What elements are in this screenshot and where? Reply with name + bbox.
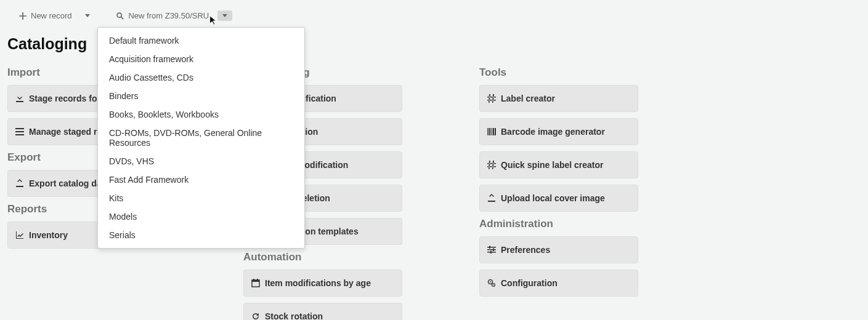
upload-icon [487, 194, 496, 202]
framework-option[interactable]: Fast Add Framework [98, 170, 304, 189]
framework-dropdown: Default frameworkAcquisition frameworkAu… [97, 27, 305, 249]
svg-point-25 [490, 281, 491, 282]
inventory-label: Inventory [29, 230, 68, 240]
caret-down-icon [85, 14, 90, 17]
label-creator-label: Label creator [501, 94, 555, 103]
svg-rect-1 [15, 128, 24, 129]
svg-rect-15 [492, 128, 492, 135]
framework-option[interactable]: Books, Booklets, Workbooks [98, 105, 304, 124]
svg-rect-16 [493, 128, 494, 135]
section-automation: Automation [243, 251, 402, 263]
barcode-generator-button[interactable]: Barcode image generator [479, 118, 638, 145]
framework-option[interactable]: Kits [98, 189, 304, 207]
new-record-button[interactable]: New record [12, 7, 78, 24]
svg-rect-2 [15, 131, 24, 132]
upload-cover-button[interactable]: Upload local cover image [479, 185, 638, 212]
framework-option[interactable]: Binders [98, 87, 304, 105]
svg-rect-9 [252, 280, 259, 282]
barcode-icon [487, 127, 496, 136]
section-admin: Administration [479, 218, 638, 230]
svg-rect-18 [487, 247, 496, 248]
svg-rect-17 [495, 128, 496, 135]
quick-spine-label: Quick spine label creator [501, 160, 604, 170]
framework-option[interactable]: Models [98, 207, 304, 226]
svg-rect-22 [493, 249, 494, 252]
item-by-age-button[interactable]: Item modifications by age [243, 270, 402, 297]
item-by-age-label: Item modifications by age [265, 278, 371, 288]
search-icon [116, 12, 124, 20]
configuration-button[interactable]: Configuration [479, 270, 638, 297]
label-creator-button[interactable]: Label creator [479, 85, 638, 112]
refresh-icon [251, 312, 260, 320]
framework-option[interactable]: Default framework [98, 31, 304, 50]
upload-icon [15, 179, 24, 188]
framework-option[interactable]: Serials [98, 226, 304, 244]
svg-point-27 [493, 284, 494, 286]
new-z3950-label: New from Z39.50/SRU [128, 11, 209, 20]
section-tools: Tools [479, 66, 638, 79]
list-icon [15, 127, 24, 136]
calendar-icon [251, 279, 260, 287]
configuration-label: Configuration [501, 278, 558, 288]
plus-icon [18, 12, 27, 20]
toolbar: New record New from Z39.50/SRU [0, 0, 868, 26]
svg-rect-14 [490, 128, 491, 135]
svg-point-0 [118, 13, 122, 17]
caret-down-icon [222, 14, 227, 17]
new-record-caret-button[interactable] [80, 10, 95, 21]
svg-rect-10 [253, 279, 254, 281]
barcode-generator-label: Barcode image generator [501, 127, 605, 137]
stock-rotation-label: Stock rotation [265, 311, 323, 320]
new-record-label: New record [31, 11, 71, 20]
upload-cover-label: Upload local cover image [501, 193, 605, 203]
preferences-label: Preferences [501, 245, 550, 255]
svg-rect-13 [489, 128, 490, 135]
framework-option[interactable]: Acquisition framework [98, 50, 304, 68]
chart-line-icon [15, 231, 24, 239]
new-z3950-button[interactable]: New from Z39.50/SRU [110, 7, 215, 24]
sliders-icon [487, 246, 496, 254]
preferences-button[interactable]: Preferences [479, 236, 638, 263]
download-icon [15, 94, 24, 103]
svg-rect-21 [489, 246, 490, 249]
stock-rotation-button[interactable]: Stock rotation [243, 303, 402, 320]
framework-option[interactable]: CD-ROMs, DVD-ROMs, General Online Resour… [98, 124, 304, 152]
svg-rect-3 [15, 134, 24, 135]
column-tools-admin: Tools Label creator Barcode image genera… [479, 62, 638, 320]
hash-icon [487, 161, 496, 169]
new-z3950-caret-button[interactable] [217, 10, 232, 21]
gears-icon [487, 279, 496, 287]
svg-rect-23 [490, 251, 492, 254]
hash-icon [487, 94, 496, 103]
svg-rect-11 [257, 279, 258, 281]
quick-spine-button[interactable]: Quick spine label creator [479, 151, 638, 178]
framework-option[interactable]: DVDs, VHS [98, 152, 304, 170]
svg-rect-19 [487, 249, 496, 250]
svg-rect-12 [487, 128, 488, 135]
framework-option[interactable]: Audio Cassettes, CDs [98, 68, 304, 87]
